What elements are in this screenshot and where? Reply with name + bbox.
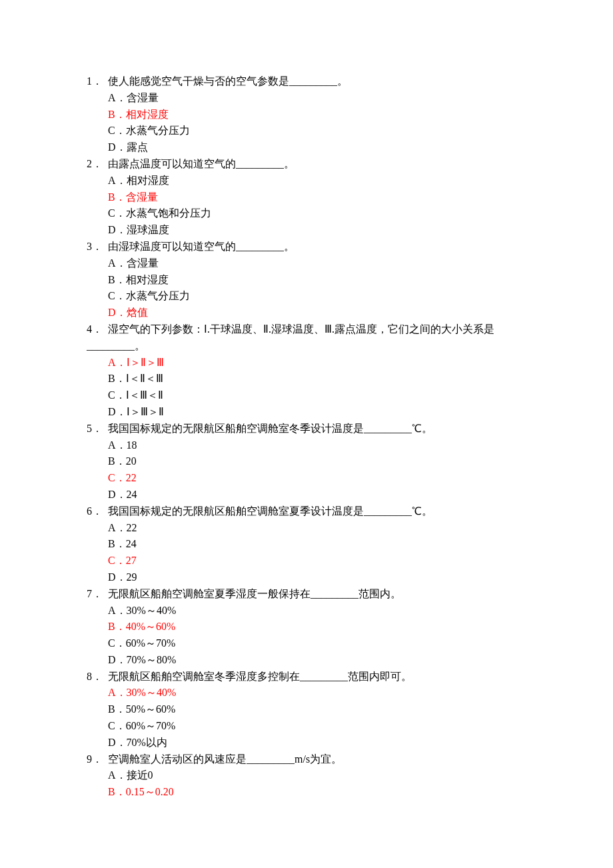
question-text: 我国国标规定的无限航区船舶空调舱室夏季设计温度是_________℃。 [108,505,432,517]
option-label: D． [108,489,127,500]
option-label: A． [108,92,127,103]
option-text: 70%～80% [127,654,177,665]
option-text: 湿球温度 [127,224,169,235]
options: A．含湿量B．相对湿度C．水蒸气分压力D．露点 [87,90,520,156]
option: D．Ⅰ＞Ⅲ＞Ⅱ [108,404,520,421]
option-text: 含湿量 [127,257,159,269]
option: D．露点 [108,139,520,156]
option-text: 相对湿度 [127,175,169,186]
option-label: D． [108,224,127,235]
option-text: Ⅰ＜Ⅲ＜Ⅱ [126,389,163,401]
question: 4．湿空气的下列参数：Ⅰ.干球温度、Ⅱ.湿球温度、Ⅲ.露点温度，它们之间的大小关… [87,321,520,421]
option: B．50%～60% [108,701,520,718]
option-text: 相对湿度 [126,274,169,285]
option: D．湿球温度 [108,222,520,239]
option-text: 60%～70% [126,637,176,649]
option-label: A． [108,605,127,616]
option-label: A． [108,522,127,533]
option-label: A． [108,769,127,781]
option: C．Ⅰ＜Ⅲ＜Ⅱ [108,387,520,404]
question: 1．使人能感觉空气干燥与否的空气参数是_________。A．含湿量B．相对湿度… [87,73,520,156]
questions-list: 1．使人能感觉空气干燥与否的空气参数是_________。A．含湿量B．相对湿度… [87,73,520,801]
option-text: 50%～60% [126,703,176,715]
option-label: B． [108,786,126,797]
option: A．含湿量 [108,255,520,272]
question-number: 4． [87,321,108,338]
option-label: C． [108,389,126,401]
question-number: 5． [87,421,108,437]
question: 8．无限航区船舶空调舱室冬季湿度多控制在_________范围内即可。A．30%… [87,669,520,751]
option-text: 60%～70% [126,720,176,731]
option-label: C． [108,207,126,219]
option: B．Ⅰ＜Ⅱ＜Ⅲ [108,371,520,387]
option-label: C． [108,555,126,566]
option-text: 29 [127,571,137,583]
option: A．相对湿度 [108,173,520,189]
option-text: 相对湿度 [126,109,169,120]
option: B．20 [108,453,520,470]
option: A．30%～40% [108,603,520,619]
options: A．接近0B．0.15～0.20 [87,767,520,801]
option-label: B． [108,373,126,384]
option-text: 0.15～0.20 [126,786,174,797]
question-stem: 6．我国国标规定的无限航区船舶空调舱室夏季设计温度是_________℃。 [87,503,520,520]
option: A．接近0 [108,767,520,784]
question-number: 9． [87,751,108,768]
question: 3．由湿球温度可以知道空气的_________。A．含湿量B．相对湿度C．水蒸气… [87,239,520,321]
option-label: A． [108,257,127,269]
option-text: 露点 [127,141,148,153]
option-text: 含湿量 [127,92,159,103]
option-text: 30%～40% [127,605,177,616]
option-label: B． [108,274,126,285]
option: B．相对湿度 [108,272,520,289]
question-text: 无限航区船舶空调舱室夏季湿度一般保持在_________范围内。 [108,588,401,599]
question: 2．由露点温度可以知道空气的_________。A．相对湿度B．含湿量C．水蒸气… [87,156,520,239]
question-stem: 4．湿空气的下列参数：Ⅰ.干球温度、Ⅱ.湿球温度、Ⅲ.露点温度，它们之间的大小关… [87,321,520,355]
option-text: 20 [126,455,137,467]
option-label: C． [108,720,126,731]
question-stem: 3．由湿球温度可以知道空气的_________。 [87,239,520,255]
question-number: 3． [87,239,108,255]
option: C．水蒸气分压力 [108,123,520,139]
question-text: 湿空气的下列参数：Ⅰ.干球温度、Ⅱ.湿球温度、Ⅲ.露点温度，它们之间的大小关系是… [87,323,494,351]
option-label: B． [108,191,126,203]
option: D．70%～80% [108,652,520,669]
option: B．0.15～0.20 [108,784,520,801]
option-label: B． [108,538,126,549]
options: A．30%～40%B．40%～60%C．60%～70%D．70%～80% [87,603,520,669]
option-text: 24 [126,538,137,549]
option-text: 水蒸气饱和分压力 [126,207,211,219]
option: C．60%～70% [108,635,520,652]
option-label: A． [108,357,127,368]
option-label: A． [108,175,127,186]
option: A．含湿量 [108,90,520,107]
question-text: 使人能感觉空气干燥与否的空气参数是_________。 [108,75,348,87]
option-label: C． [108,472,126,483]
option: B．相对湿度 [108,107,520,123]
question-text: 由露点温度可以知道空气的_________。 [108,158,295,169]
option: D．70%以内 [108,735,520,751]
option-label: B． [108,455,126,467]
question-text: 我国国标规定的无限航区船舶空调舱室冬季设计温度是_________℃。 [108,423,432,434]
option: C．22 [108,470,520,487]
question-text: 无限航区船舶空调舱室冬季湿度多控制在_________范围内即可。 [108,671,412,682]
option: B．40%～60% [108,619,520,635]
option-label: D． [108,654,127,665]
question-text: 空调舱室人活动区的风速应是_________m/s为宜。 [108,753,342,765]
option-label: A． [108,687,127,698]
option-text: 水蒸气分压力 [126,125,190,136]
options: A．30%～40%B．50%～60%C．60%～70%D．70%以内 [87,685,520,751]
question-text: 由湿球温度可以知道空气的_________。 [108,241,295,252]
option: A．Ⅰ＞Ⅱ＞Ⅲ [108,355,520,371]
option-label: D． [108,737,127,748]
option-text: 24 [127,489,137,500]
option-text: 22 [127,522,137,533]
question-stem: 5．我国国标规定的无限航区船舶空调舱室冬季设计温度是_________℃。 [87,421,520,437]
option-label: C． [108,290,126,301]
question: 5．我国国标规定的无限航区船舶空调舱室冬季设计温度是_________℃。A．1… [87,421,520,503]
option-text: Ⅰ＞Ⅱ＞Ⅲ [127,357,164,368]
option-text: 27 [126,555,137,566]
option-text: 焓值 [127,307,148,318]
option-label: C． [108,125,126,136]
option-text: 18 [127,439,137,451]
